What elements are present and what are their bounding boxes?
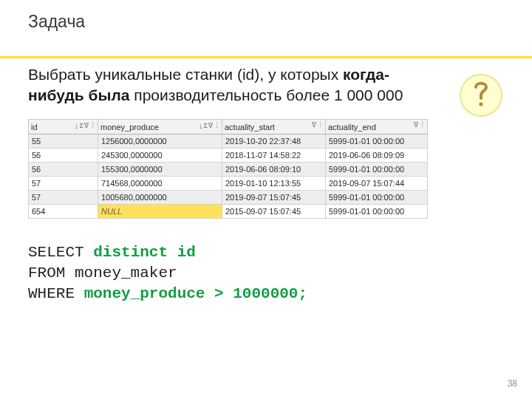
col-header-id[interactable]: id ↓ Σ ∇ ⋮ bbox=[29, 120, 98, 134]
table-row: 55 1256000,0000000 2019-10-20 22:37:48 5… bbox=[29, 134, 428, 149]
table-row: 56 155300,0000000 2019-06-06 08:09:10 59… bbox=[29, 163, 428, 177]
cell-actuality-end: 5999-01-01 00:00:00 bbox=[326, 191, 428, 205]
sql-where-pred: money_produce > 1000000; bbox=[84, 285, 307, 302]
table-header-row: id ↓ Σ ∇ ⋮ money_produce ↓ Σ bbox=[29, 120, 428, 134]
col-label-id: id bbox=[31, 123, 38, 132]
dots-icon[interactable]: ⋮ bbox=[89, 122, 96, 129]
data-table: id ↓ Σ ∇ ⋮ money_produce ↓ Σ bbox=[28, 119, 428, 219]
col-label-as: actuality_start bbox=[225, 123, 275, 132]
cell-money-produce: 1005680,0000000 bbox=[98, 191, 222, 205]
cell-actuality-end: 2019-06-06 08:09:09 bbox=[326, 149, 428, 163]
task-line1: Выбрать уникальные станки (id), у которы… bbox=[28, 66, 343, 83]
sort-desc-icon[interactable]: ↓ bbox=[75, 121, 79, 130]
table-body: 55 1256000,0000000 2019-10-20 22:37:48 5… bbox=[29, 134, 428, 219]
sql-line-select: SELECT distinct id bbox=[28, 242, 504, 263]
cell-money-produce: NULL bbox=[98, 205, 222, 219]
question-badge bbox=[460, 74, 502, 117]
cell-money-produce: 155300,0000000 bbox=[98, 163, 222, 177]
data-table-wrap: id ↓ Σ ∇ ⋮ money_produce ↓ Σ bbox=[28, 119, 427, 219]
cell-actuality-start: 2019-10-20 22:37:48 bbox=[222, 134, 326, 149]
cell-actuality-start: 2019-01-10 12:13:55 bbox=[222, 177, 326, 191]
sql-distinct-id: distinct id bbox=[93, 244, 196, 261]
cell-id: 56 bbox=[29, 149, 98, 163]
cell-actuality-end: 5999-01-01 00:00:00 bbox=[326, 134, 428, 149]
funnel-icon[interactable]: ∇ bbox=[208, 122, 213, 129]
cell-actuality-start: 2019-06-06 08:09:10 bbox=[222, 163, 326, 177]
question-icon bbox=[471, 79, 491, 112]
cell-actuality-end: 5999-01-01 00:00:00 bbox=[326, 205, 428, 219]
col-header-money-produce[interactable]: money_produce ↓ Σ ∇ ⋮ bbox=[98, 120, 222, 134]
dots-icon[interactable]: ⋮ bbox=[214, 122, 220, 129]
sort-desc-icon[interactable]: ↓ bbox=[199, 121, 203, 130]
sql-line-where: WHERE money_produce > 1000000; bbox=[28, 284, 504, 304]
cell-actuality-end: 5999-01-01 00:00:00 bbox=[326, 163, 428, 177]
cell-id: 57 bbox=[29, 191, 98, 205]
sigma-icon[interactable]: Σ bbox=[203, 122, 208, 129]
task-line2: производительность более 1 000 000 bbox=[129, 86, 403, 103]
page-number: 38 bbox=[508, 378, 517, 389]
table-row: 57 1005680,0000000 2019-09-07 15:07:45 5… bbox=[29, 191, 428, 205]
sql-block: SELECT distinct id FROM money_maker WHER… bbox=[28, 242, 504, 304]
sigma-icon[interactable]: Σ bbox=[79, 122, 83, 129]
col-header-actuality-end[interactable]: actuality_end ∇ ⋮ bbox=[326, 120, 428, 134]
cell-id: 56 bbox=[29, 163, 98, 177]
sql-line-from: FROM money_maker bbox=[28, 263, 504, 284]
cell-money-produce: 245300,0000000 bbox=[98, 149, 222, 163]
cell-money-produce: 714568,0000000 bbox=[98, 177, 222, 191]
title-underline bbox=[0, 56, 532, 58]
dots-icon[interactable]: ⋮ bbox=[317, 121, 324, 129]
cell-actuality-start: 2018-11-07 14:58:22 bbox=[222, 149, 326, 163]
dots-icon[interactable]: ⋮ bbox=[419, 121, 426, 129]
slide-title: Задача bbox=[28, 13, 95, 30]
cell-actuality-end: 2019-09-07 15:07:44 bbox=[326, 177, 428, 191]
cell-id: 55 bbox=[29, 134, 98, 149]
cell-actuality-start: 2015-09-07 15:07:45 bbox=[222, 205, 326, 219]
svg-point-0 bbox=[479, 102, 482, 106]
cell-actuality-start: 2019-09-07 15:07:45 bbox=[222, 191, 326, 205]
funnel-icon[interactable]: ∇ bbox=[312, 121, 316, 129]
col-header-actuality-start[interactable]: actuality_start ∇ ⋮ bbox=[222, 120, 326, 134]
task-text: Выбрать уникальные станки (id), у которы… bbox=[28, 64, 412, 106]
table-row: 57 714568,0000000 2019-01-10 12:13:55 20… bbox=[29, 177, 428, 191]
funnel-icon[interactable]: ∇ bbox=[84, 122, 89, 129]
col-label-mp: money_produce bbox=[100, 123, 159, 132]
table-row: 654 NULL 2015-09-07 15:07:45 5999-01-01 … bbox=[29, 205, 428, 219]
cell-money-produce: 1256000,0000000 bbox=[98, 134, 222, 149]
sql-where-prefix: WHERE bbox=[28, 285, 84, 302]
slide: Задача Выбрать уникальные станки (id), у… bbox=[0, 0, 532, 399]
col-label-ae: actuality_end bbox=[328, 123, 376, 132]
sql-select: SELECT bbox=[28, 244, 93, 261]
cell-id: 57 bbox=[29, 177, 98, 191]
funnel-icon[interactable]: ∇ bbox=[414, 121, 418, 129]
cell-id: 654 bbox=[29, 205, 98, 219]
table-row: 56 245300,0000000 2018-11-07 14:58:22 20… bbox=[29, 149, 428, 163]
